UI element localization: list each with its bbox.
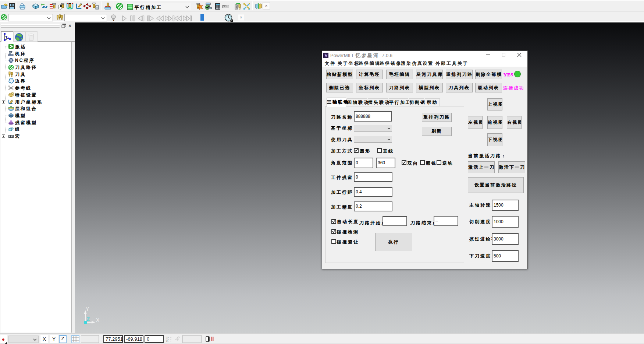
- svg-text:Z: Z: [86, 316, 90, 322]
- svg-text:X: X: [96, 317, 100, 323]
- svg-text:Z=: Z=: [166, 340, 169, 342]
- svg-text:Y: Y: [86, 306, 89, 312]
